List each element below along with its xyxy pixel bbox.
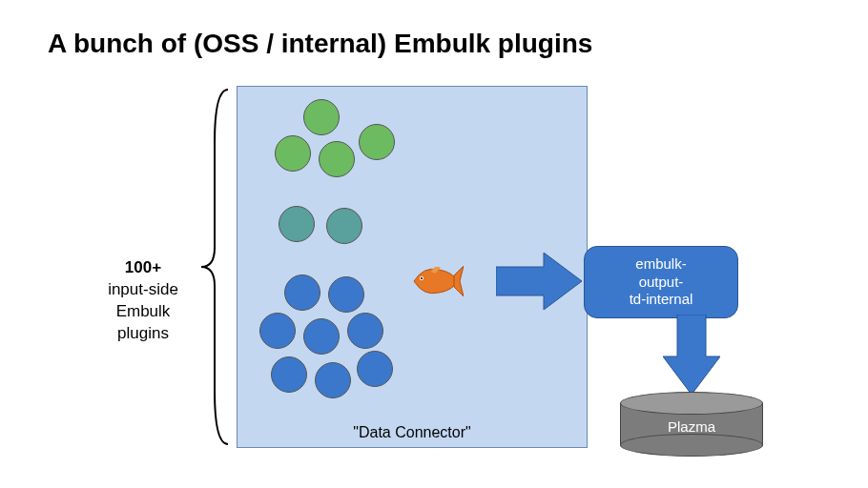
brace-icon bbox=[197, 86, 236, 448]
plugin-circle-green bbox=[319, 141, 355, 177]
output-plugin-box: embulk- output- td-internal bbox=[584, 246, 738, 318]
slide-title: A bunch of (OSS / internal) Embulk plugi… bbox=[48, 29, 592, 59]
plugin-circle-green bbox=[275, 135, 311, 172]
plugin-circle-teal bbox=[279, 206, 315, 242]
plugin-circle-blue bbox=[259, 313, 296, 349]
plugin-circle-blue bbox=[284, 274, 320, 311]
arrow-down-icon bbox=[663, 315, 720, 395]
plugins-line1: input-side bbox=[108, 280, 178, 298]
datastore-label: Plazma bbox=[620, 418, 763, 435]
fish-icon bbox=[410, 262, 464, 300]
output-line1: embulk- bbox=[635, 255, 686, 272]
cylinder-bottom bbox=[620, 434, 763, 457]
datastore-cylinder: Plazma bbox=[620, 392, 763, 455]
arrow-right-icon bbox=[496, 253, 582, 310]
data-connector-label: "Data Connector" bbox=[237, 424, 588, 441]
plugin-circle-green bbox=[359, 124, 395, 160]
plugin-circle-blue bbox=[315, 362, 351, 398]
svg-point-1 bbox=[421, 277, 423, 279]
plugins-line3: plugins bbox=[117, 324, 169, 342]
plugins-count-label: 100+ input-side Embulk plugins bbox=[95, 257, 191, 345]
plugin-circle-blue bbox=[303, 318, 340, 355]
plugin-circle-teal bbox=[326, 208, 362, 244]
output-line3: td-internal bbox=[630, 291, 693, 307]
plugin-circle-blue bbox=[271, 356, 307, 393]
cylinder-top bbox=[620, 392, 763, 415]
plugin-circle-blue bbox=[347, 313, 383, 349]
output-line2: output- bbox=[639, 274, 684, 290]
plugins-line2: Embulk bbox=[116, 302, 171, 320]
plugin-circle-blue bbox=[357, 351, 393, 387]
plugins-count: 100+ bbox=[125, 258, 161, 276]
plugin-circle-green bbox=[303, 99, 340, 135]
plugin-circle-blue bbox=[328, 276, 364, 313]
